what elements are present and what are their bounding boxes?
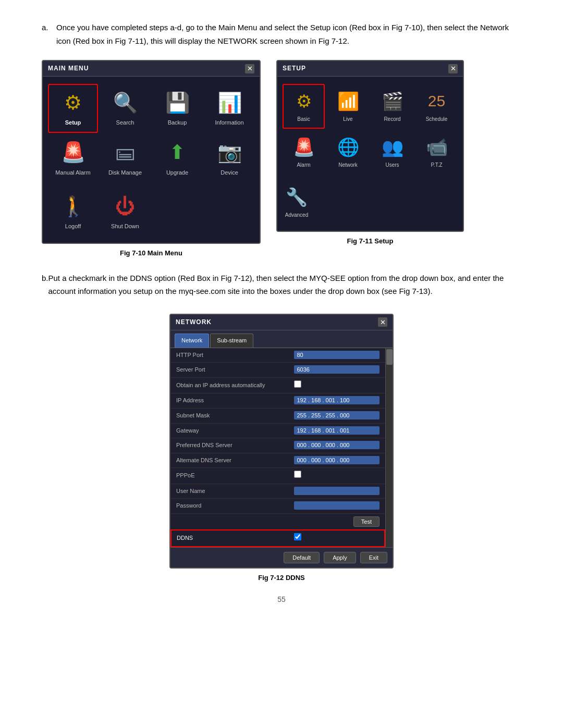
fig10-block: MAIN MENU ✕ ⚙ Setup 🔍 Search: [42, 60, 261, 259]
apply-button[interactable]: Apply: [324, 552, 356, 563]
main-menu-titlebar: MAIN MENU ✕: [43, 61, 260, 77]
network-window: NETWORK ✕ Network Sub-stream HTTP Port S…: [169, 314, 394, 569]
tab-network[interactable]: Network: [175, 334, 209, 348]
record-icon: 🎬: [382, 87, 403, 115]
setup-item-basic[interactable]: ⚙ Basic: [283, 84, 325, 129]
menu-item-upgrade[interactable]: ⬆ Upgrade: [152, 135, 202, 182]
setup-label: Setup: [65, 118, 81, 128]
label-username: User Name: [171, 484, 289, 499]
input-ip-address[interactable]: [294, 396, 380, 404]
row-subnet-mask: Subnet Mask: [171, 408, 385, 423]
value-preferred-dns[interactable]: [289, 438, 385, 453]
setup-item-network[interactable]: 🌐 Network: [327, 131, 369, 174]
record-label: Record: [384, 115, 400, 124]
manual-alarm-icon-box: 🚨: [59, 139, 87, 166]
fig11-block: SETUP ✕ ⚙ Basic 📶 Live: [276, 60, 464, 247]
menu-item-disk-manage[interactable]: 🖴 Disk Manage: [100, 135, 150, 182]
fig11-caption: Fig 7-11 Setup: [347, 236, 394, 247]
network-label: Network: [338, 161, 358, 169]
network-form-area: HTTP Port Server Port Obtain an IP addre…: [170, 348, 385, 547]
information-icon-box: 📊: [216, 89, 243, 116]
cell-test-button[interactable]: Test: [289, 514, 385, 530]
menu-item-search[interactable]: 🔍 Search: [100, 84, 150, 133]
logoff-label: Logoff: [65, 222, 81, 231]
row-ip-address: IP Address: [171, 393, 385, 409]
input-alternate-dns[interactable]: [294, 456, 380, 464]
network-close-button[interactable]: ✕: [378, 317, 387, 327]
setup-item-alarm[interactable]: 🚨 Alarm: [283, 131, 325, 174]
s-alarm-icon-box: 🚨: [292, 135, 316, 159]
setup-item-live[interactable]: 📶 Live: [327, 84, 369, 129]
menu-item-manual-alarm[interactable]: 🚨 Manual Alarm: [48, 135, 98, 182]
menu-item-setup[interactable]: ⚙ Setup: [48, 84, 98, 133]
ptz-icon: 📹: [426, 133, 448, 161]
search-label: Search: [116, 118, 134, 128]
checkbox-obtain-ip[interactable]: [294, 380, 301, 388]
value-subnet-mask[interactable]: [289, 408, 385, 423]
input-subnet-mask[interactable]: [294, 411, 380, 419]
search-icon: 🔍: [113, 87, 138, 119]
label-server-port: Server Port: [171, 363, 289, 378]
value-password[interactable]: [289, 499, 385, 514]
value-ddns[interactable]: [289, 530, 385, 547]
users-icon-box: 👥: [381, 135, 405, 159]
manual-alarm-label: Manual Alarm: [55, 168, 90, 178]
alarm-icon: 🚨: [61, 137, 85, 168]
live-icon: 📶: [337, 87, 359, 115]
row-alternate-dns: Alternate DNS Server: [171, 453, 385, 468]
setup-item-advanced[interactable]: 🔧 Advanced: [283, 181, 311, 224]
basic-icon-box: ⚙: [292, 89, 316, 113]
backup-icon-box: 💾: [164, 89, 191, 116]
input-server-port[interactable]: [294, 365, 380, 374]
row-ddns: DDNS: [171, 530, 385, 547]
value-pppoe[interactable]: [289, 468, 385, 484]
setup-item-users[interactable]: 👥 Users: [371, 131, 413, 174]
search-icon-box: 🔍: [112, 89, 139, 116]
shutdown-icon: ⏻: [115, 191, 135, 223]
menu-item-shutdown[interactable]: ⏻ Shut Down: [100, 189, 150, 236]
checkbox-pppoe[interactable]: [294, 471, 301, 478]
tab-substream[interactable]: Sub-stream: [210, 334, 253, 348]
setup-grid: ⚙ Basic 📶 Live 🎬 Record: [277, 77, 463, 181]
input-password[interactable]: [294, 501, 380, 510]
value-http-port[interactable]: [289, 348, 385, 363]
input-http-port[interactable]: [294, 351, 380, 359]
setup-item-schedule[interactable]: 25 Schedule: [415, 84, 458, 129]
live-label: Live: [343, 115, 352, 124]
input-preferred-dns[interactable]: [294, 441, 380, 449]
setup-icon-box: ⚙: [59, 89, 87, 116]
input-gateway[interactable]: [294, 426, 380, 435]
main-menu-close-button[interactable]: ✕: [245, 64, 254, 73]
label-ip-address: IP Address: [171, 393, 289, 409]
menu-item-logoff[interactable]: 🚶 Logoff: [48, 189, 98, 236]
value-alternate-dns[interactable]: [289, 453, 385, 468]
device-icon-box: 📷: [216, 139, 243, 166]
menu-item-information[interactable]: 📊 Information: [204, 84, 254, 133]
row-preferred-dns: Preferred DNS Server: [171, 438, 385, 453]
test-button[interactable]: Test: [353, 516, 380, 527]
input-username[interactable]: [294, 487, 380, 495]
scrollbar-thumb[interactable]: [386, 349, 393, 365]
s-alarm-icon: 🚨: [293, 133, 315, 161]
default-button[interactable]: Default: [284, 552, 320, 563]
setup-close-button[interactable]: ✕: [448, 64, 458, 73]
value-ip-address[interactable]: [289, 393, 385, 409]
value-username[interactable]: [289, 484, 385, 499]
label-subnet-mask: Subnet Mask: [171, 408, 289, 423]
label-http-port: HTTP Port: [171, 348, 289, 363]
label-pppoe: PPPoE: [171, 468, 289, 484]
exit-button[interactable]: Exit: [360, 552, 387, 563]
scrollbar[interactable]: [385, 348, 393, 547]
instruction-text-b: Put a checkmark in the DDNS option (Red …: [48, 272, 521, 298]
checkbox-ddns[interactable]: [294, 533, 301, 540]
menu-item-device[interactable]: 📷 Device: [204, 135, 254, 182]
menu-item-backup[interactable]: 💾 Backup: [152, 84, 202, 133]
value-obtain-ip[interactable]: [289, 377, 385, 393]
advanced-icon-box: 🔧: [285, 185, 309, 209]
value-gateway[interactable]: [289, 423, 385, 438]
page-number: 55: [42, 594, 521, 605]
setup-item-ptz[interactable]: 📹 P.T.Z: [415, 131, 458, 174]
value-server-port[interactable]: [289, 363, 385, 378]
setup-item-record[interactable]: 🎬 Record: [371, 84, 413, 129]
upgrade-icon-box: ⬆: [164, 139, 191, 166]
